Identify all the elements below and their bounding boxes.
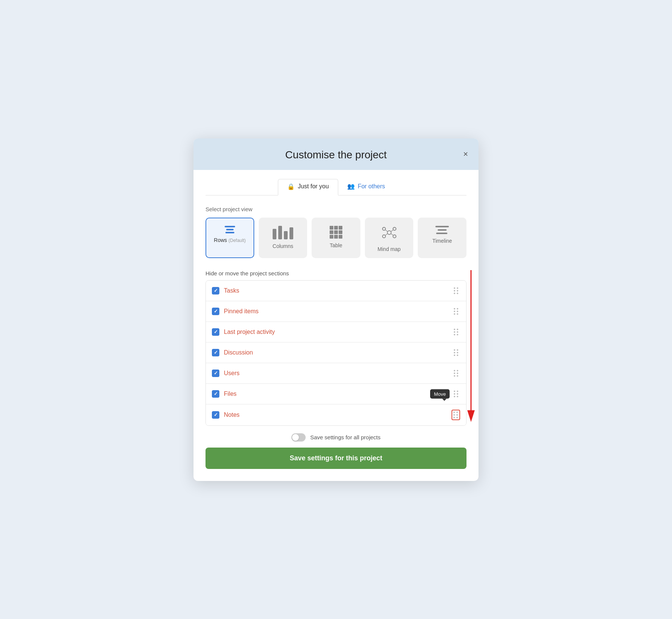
sections-wrapper: Hide or move the project sections Tasks … [206,270,466,426]
people-icon: 👥 [347,183,355,190]
checkbox-users[interactable] [212,370,219,377]
save-project-button[interactable]: Save settings for this project [206,448,466,469]
tabs-container: 🔒 Just for you 👥 For others [206,179,466,195]
tab-just-for-you[interactable]: 🔒 Just for you [278,179,338,195]
view-rows-label: Rows (Default) [214,237,246,243]
rows-icon [225,226,235,233]
section-item-notes: Notes [206,404,466,425]
drag-handle-discussion[interactable] [452,348,460,358]
section-item-files: Files Move [206,384,466,404]
svg-point-4 [393,235,396,238]
timeline-icon [435,226,449,234]
svg-point-0 [387,231,391,234]
checkbox-notes[interactable] [212,411,219,419]
view-columns-label: Columns [273,243,293,249]
view-section-label: Select project view [206,206,466,212]
sections-label: Hide or move the project sections [206,270,466,276]
lock-icon: 🔒 [287,183,295,190]
svg-line-6 [391,230,393,231]
drag-handle-users[interactable] [452,368,460,378]
checkbox-discussion[interactable] [212,349,219,356]
view-card-table[interactable]: Table [312,218,360,258]
save-all-toggle[interactable] [291,433,306,442]
save-all-label: Save settings for all projects [310,434,381,440]
section-name-tasks: Tasks [224,287,448,294]
view-card-rows[interactable]: Rows (Default) [206,218,254,258]
view-timeline-label: Timeline [432,238,452,244]
drag-handle-files[interactable] [452,389,460,399]
section-name-users: Users [224,370,448,377]
mindmap-icon [382,226,397,242]
svg-line-8 [391,234,393,235]
section-item-discussion: Discussion [206,343,466,363]
svg-point-2 [393,227,396,230]
columns-icon [273,226,293,239]
svg-line-7 [386,234,387,235]
section-item-pinned: Pinned items [206,301,466,322]
modal-header: Customise the project × [194,138,478,170]
svg-point-1 [382,227,386,230]
checkbox-files[interactable] [212,390,219,398]
section-item-activity: Last project activity [206,322,466,343]
section-item-tasks: Tasks [206,281,466,301]
table-icon [330,226,342,239]
drag-handle-notes[interactable] [452,410,460,420]
customise-project-modal: Customise the project × 🔒 Just for you 👥… [194,138,478,481]
view-card-timeline[interactable]: Timeline [418,218,466,258]
view-selection-section: Select project view Rows (Default) [206,206,466,258]
checkbox-pinned[interactable] [212,308,219,315]
view-options-grid: Rows (Default) Columns [206,218,466,258]
tab-for-others[interactable]: 👥 For others [338,179,394,195]
view-card-columns[interactable]: Columns [259,218,308,258]
section-name-files: Files [224,391,448,397]
close-button[interactable]: × [462,149,470,160]
svg-line-5 [386,230,387,231]
section-name-pinned: Pinned items [224,308,448,315]
save-all-row: Save settings for all projects [206,433,466,442]
svg-marker-10 [467,410,475,422]
sections-list: Tasks Pinned items Last project [206,280,466,426]
drag-handle-pinned[interactable] [452,306,460,316]
drag-handle-activity[interactable] [452,327,460,337]
section-name-notes: Notes [224,412,447,418]
section-name-discussion: Discussion [224,349,448,356]
view-mindmap-label: Mind map [378,246,400,252]
svg-point-3 [382,235,386,238]
view-card-mindmap[interactable]: Mind map [365,218,414,258]
checkbox-tasks[interactable] [212,287,219,294]
modal-body: 🔒 Just for you 👥 For others Select proje… [194,170,478,481]
view-table-label: Table [330,242,342,248]
modal-title: Customise the project [285,149,387,161]
section-item-users: Users [206,363,466,384]
drag-handle-tasks[interactable] [452,286,460,296]
section-name-activity: Last project activity [224,329,448,335]
checkbox-activity[interactable] [212,328,219,336]
